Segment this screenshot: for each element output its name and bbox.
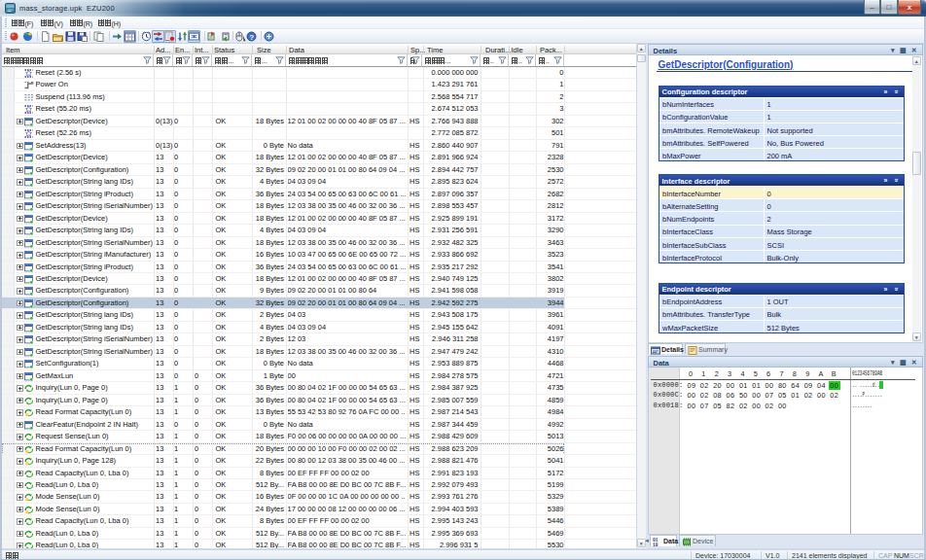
svg-text:?: ? bbox=[249, 33, 254, 42]
svg-text:10: 10 bbox=[653, 542, 659, 547]
